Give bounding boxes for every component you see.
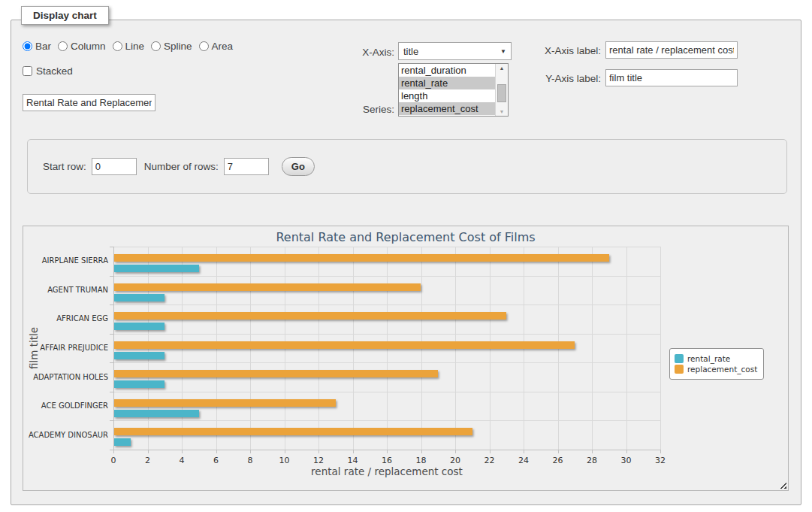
- y-axis-label-label: Y-Axis label:: [526, 73, 601, 84]
- gridline: [113, 276, 660, 277]
- series-option-replacement_cost[interactable]: replacement_cost: [399, 102, 495, 115]
- chart-title-input[interactable]: [23, 94, 155, 111]
- x-tick-label: 2: [137, 456, 159, 465]
- x-axis-select-value: title: [403, 46, 500, 57]
- x-tick-label: 28: [581, 456, 603, 465]
- x-axis-label-input[interactable]: [605, 41, 738, 59]
- pager-bar: Start row: Number of rows: Go: [27, 139, 787, 194]
- bar-rental_rate[interactable]: [114, 294, 165, 301]
- bar-rental_rate[interactable]: [114, 352, 165, 359]
- page: Display chart BarColumnLineSplineArea St…: [0, 0, 812, 512]
- legend-item-rental_rate[interactable]: rental_rate: [675, 354, 757, 363]
- bar-replacement_cost[interactable]: [114, 341, 575, 349]
- num-rows-label: Number of rows:: [144, 161, 219, 172]
- legend-label: rental_rate: [687, 354, 730, 363]
- legend-label: replacement_cost: [687, 365, 757, 374]
- resize-handle-icon[interactable]: [779, 481, 786, 489]
- x-tick-label: 6: [205, 456, 228, 465]
- chart-type-label-column: Column: [71, 41, 106, 52]
- chart-type-radio-area[interactable]: [199, 41, 209, 51]
- x-tick-label: 10: [273, 456, 296, 465]
- chart-type-option-line[interactable]: Line: [113, 41, 145, 52]
- chart-type-option-area[interactable]: Area: [199, 41, 234, 52]
- bar-rental_rate[interactable]: [114, 265, 199, 272]
- go-button[interactable]: Go: [282, 157, 315, 176]
- bar-rental_rate[interactable]: [114, 323, 165, 330]
- x-tick-label: 8: [239, 456, 261, 465]
- start-row-label: Start row:: [43, 161, 86, 172]
- chart-type-radio-column[interactable]: [58, 41, 68, 51]
- stacked-row[interactable]: Stacked: [23, 65, 73, 77]
- x-tick-label: 24: [512, 456, 535, 465]
- gridline: [592, 247, 593, 450]
- scroll-up-icon[interactable]: ▲: [496, 65, 508, 71]
- chart-type-option-spline[interactable]: Spline: [151, 41, 192, 52]
- category-label: AIRPLANE SIERRA: [23, 256, 108, 265]
- bar-replacement_cost[interactable]: [114, 370, 438, 377]
- gridline: [113, 304, 660, 305]
- y-axis-label-input[interactable]: [605, 69, 738, 86]
- x-tick-label: 30: [615, 456, 638, 465]
- category-label: ACE GOLDFINGER: [23, 401, 108, 410]
- legend-item-replacement_cost[interactable]: replacement_cost: [675, 365, 757, 374]
- chart-type-radio-line[interactable]: [113, 41, 122, 51]
- x-tick-label: 12: [307, 456, 330, 465]
- gridline: [113, 392, 660, 392]
- num-rows-input[interactable]: [224, 158, 269, 175]
- x-axis-label-label: X-Axis label:: [526, 45, 601, 56]
- chart-type-label-area: Area: [212, 41, 234, 52]
- series-options: rental_durationrental_ratelengthreplacem…: [399, 64, 495, 116]
- series-option-rental_rate[interactable]: rental_rate: [399, 77, 495, 89]
- start-row-input[interactable]: [92, 158, 137, 175]
- category-label: AGENT TRUMAN: [23, 286, 108, 294]
- legend-swatch-replacement_cost: [675, 365, 684, 374]
- gridline: [113, 362, 660, 363]
- bar-replacement_cost[interactable]: [114, 283, 421, 291]
- series-option-rental_duration[interactable]: rental_duration: [399, 64, 495, 77]
- chart-type-radio-bar[interactable]: [23, 41, 32, 51]
- chart-type-radio-group: BarColumnLineSplineArea: [23, 41, 240, 52]
- series-listbox-label: Series:: [323, 104, 394, 115]
- series-option-length[interactable]: length: [399, 89, 495, 102]
- chart-type-option-column[interactable]: Column: [58, 41, 106, 52]
- x-tick-label: 14: [342, 456, 364, 465]
- chart-title: Rental Rate and Replacement Cost of Film…: [23, 230, 788, 244]
- x-tick-label: 32: [649, 456, 672, 465]
- chart-type-label-bar: Bar: [35, 41, 51, 52]
- x-tick-label: 22: [478, 456, 501, 465]
- chart-type-option-bar[interactable]: Bar: [23, 41, 51, 52]
- scrollbar-thumb[interactable]: [497, 84, 506, 102]
- x-tick-label: 4: [171, 456, 193, 465]
- bar-rental_rate[interactable]: [114, 410, 199, 417]
- x-axis-line: [113, 450, 660, 450]
- x-axis-select[interactable]: title ▼: [398, 42, 512, 60]
- y-axis-title: film title: [28, 303, 40, 393]
- x-tick-label: 18: [410, 456, 433, 465]
- bar-rental_rate[interactable]: [114, 380, 165, 388]
- x-tick-label: 16: [376, 456, 398, 465]
- bar-replacement_cost[interactable]: [114, 399, 336, 407]
- bar-replacement_cost[interactable]: [114, 428, 472, 435]
- gridline: [113, 420, 660, 421]
- chart-type-label-spline: Spline: [164, 41, 192, 52]
- gridline: [113, 334, 660, 335]
- series-listbox[interactable]: rental_durationrental_ratelengthreplacem…: [398, 63, 509, 117]
- chevron-down-icon: ▼: [500, 48, 506, 55]
- x-axis-title: rental rate / replacement cost: [113, 465, 660, 477]
- x-tick-label: 0: [102, 456, 125, 465]
- scroll-down-icon[interactable]: ▼: [496, 109, 508, 114]
- x-tick-label: 20: [444, 456, 466, 465]
- x-tick-label: 26: [547, 456, 569, 465]
- chart-type-label-line: Line: [125, 41, 145, 52]
- gridline: [626, 247, 627, 450]
- stacked-checkbox[interactable]: [23, 66, 32, 76]
- bar-replacement_cost[interactable]: [114, 312, 506, 320]
- bar-rental_rate[interactable]: [114, 438, 131, 446]
- legend-swatch-rental_rate: [675, 354, 684, 363]
- chart-type-radio-spline[interactable]: [151, 41, 161, 51]
- x-axis-select-label: X-Axis:: [323, 47, 394, 58]
- chart-legend: rental_ratereplacement_cost: [669, 348, 764, 380]
- series-listbox-scrollbar[interactable]: ▲ ▼: [495, 64, 508, 116]
- gridline: [113, 247, 660, 247]
- bar-replacement_cost[interactable]: [114, 254, 609, 262]
